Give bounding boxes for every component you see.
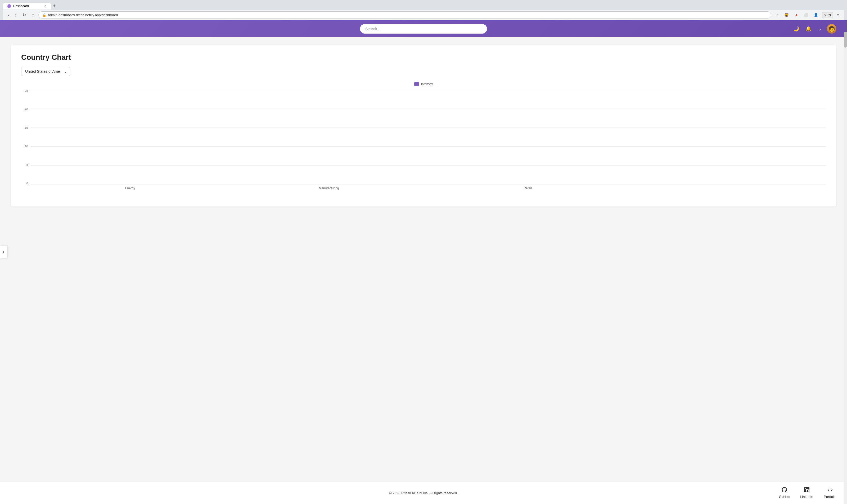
chart-plot: Energy Manufacturing Retail: [31, 89, 826, 192]
tab-favicon: [7, 4, 11, 8]
browser-tab-active[interactable]: Dashboard ✕: [3, 3, 51, 10]
chevron-down-button[interactable]: ⌄: [816, 25, 823, 33]
new-tab-button[interactable]: +: [52, 2, 57, 10]
x-label-manufacturing: Manufacturing: [229, 185, 428, 192]
browser-chrome: Dashboard ✕ + ‹ › ↻ ⌂ 🔒 admin-dashboard-…: [0, 0, 847, 20]
forward-button[interactable]: ›: [14, 12, 18, 19]
back-button[interactable]: ‹: [6, 12, 11, 19]
code-icon: [827, 487, 833, 494]
x-label-retail: Retail: [428, 185, 627, 192]
y-axis: 0 5 10 15 20 25: [21, 89, 31, 192]
footer-link-portfolio[interactable]: Portfolio: [824, 487, 836, 499]
chart-legend: Intensity: [21, 82, 826, 86]
y-label-15: 15: [21, 126, 28, 129]
scrollbar-thumb[interactable]: [844, 32, 847, 48]
footer-link-github[interactable]: GitHub: [779, 487, 790, 499]
footer-links: GitHub LinkedIn Portfolio: [779, 487, 836, 499]
header-icons: 🌙 🔔 ⌄ 🧑: [792, 24, 836, 34]
linkedin-label: LinkedIn: [800, 495, 813, 499]
brave-shield-button[interactable]: 🦁: [783, 12, 790, 18]
app-footer: © 2023 Ritesh Kr. Shukla. All rights res…: [0, 482, 847, 504]
y-label-10: 10: [21, 145, 28, 148]
vpn-badge[interactable]: VPN: [822, 12, 833, 18]
search-input[interactable]: [360, 24, 487, 34]
lock-icon: 🔒: [42, 13, 46, 17]
y-label-0: 0: [21, 182, 28, 185]
avatar[interactable]: 🧑: [827, 24, 836, 34]
legend-label: Intensity: [421, 82, 433, 86]
avatar-image: 🧑: [827, 24, 836, 34]
country-dropdown-wrapper[interactable]: United States of Ame United Kingdom Cana…: [21, 67, 70, 76]
bookmark-button[interactable]: ☆: [774, 12, 781, 18]
scrollbar[interactable]: [844, 32, 847, 504]
profile-button[interactable]: 👤: [812, 12, 820, 18]
menu-button[interactable]: ≡: [835, 12, 841, 18]
browser-tabs: Dashboard ✕ +: [3, 2, 844, 10]
browser-toolbar: ‹ › ↻ ⌂ 🔒 admin-dashboard-ritesh.netlify…: [3, 10, 844, 20]
app-header: 🌙 🔔 ⌄ 🧑: [0, 20, 847, 37]
linkedin-icon: [804, 487, 809, 494]
chevron-right-icon: ›: [3, 250, 4, 254]
moon-icon: 🌙: [793, 26, 799, 32]
refresh-button[interactable]: ↻: [21, 11, 28, 19]
brave-rewards-button[interactable]: 🔺: [793, 12, 800, 18]
toolbar-actions: ☆ 🦁 🔺 ⬜ 👤 VPN ≡: [774, 12, 841, 18]
y-label-25: 25: [21, 89, 28, 92]
footer-copyright: © 2023 Ritesh Kr. Shukla. All rights res…: [389, 491, 458, 495]
x-axis: Energy Manufacturing Retail: [31, 185, 826, 192]
x-label-energy: Energy: [31, 185, 229, 192]
chart-card: Country Chart United States of Ame Unite…: [11, 45, 836, 206]
footer-link-linkedin[interactable]: LinkedIn: [800, 487, 813, 499]
y-label-5: 5: [21, 163, 28, 166]
legend-color-box: [414, 82, 419, 86]
bars-area: [31, 89, 826, 185]
tab-title: Dashboard: [13, 4, 29, 8]
page-title: Country Chart: [21, 53, 826, 61]
main-content: Country Chart United States of Ame Unite…: [0, 37, 847, 482]
notifications-button[interactable]: 🔔: [805, 25, 812, 33]
country-select[interactable]: United States of Ame United Kingdom Cana…: [21, 67, 70, 76]
x-label-empty: [627, 185, 826, 192]
sidebar-toggle-button[interactable]: ›: [0, 246, 7, 258]
y-label-20: 20: [21, 108, 28, 111]
address-text: admin-dashboard-ritesh.netlify.app/dashb…: [48, 13, 767, 17]
dark-mode-button[interactable]: 🌙: [792, 25, 800, 33]
sidebar-button[interactable]: ⬜: [802, 12, 810, 18]
address-bar[interactable]: 🔒 admin-dashboard-ritesh.netlify.app/das…: [38, 11, 771, 19]
chevron-down-icon: ⌄: [818, 26, 822, 32]
github-icon: [782, 487, 787, 494]
github-label: GitHub: [779, 495, 790, 499]
tab-close-button[interactable]: ✕: [44, 4, 47, 8]
chart-inner: 0 5 10 15 20 25: [21, 89, 826, 192]
portfolio-label: Portfolio: [824, 495, 836, 499]
bell-icon: 🔔: [806, 26, 811, 32]
home-button[interactable]: ⌂: [30, 12, 36, 19]
chart-container: Intensity 0 5 10 15 20 25: [21, 82, 826, 199]
